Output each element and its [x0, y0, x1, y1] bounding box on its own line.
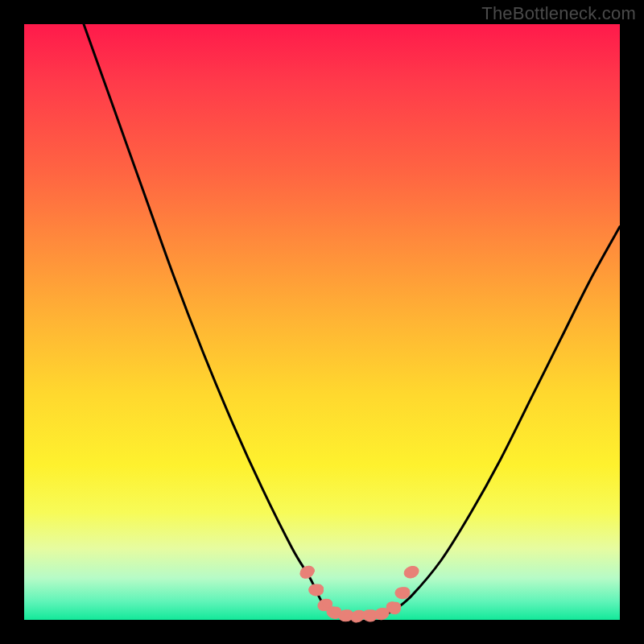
bottleneck-curve: [84, 24, 620, 617]
svg-point-19: [400, 588, 410, 596]
svg-point-1: [305, 567, 315, 575]
svg-point-17: [391, 602, 401, 610]
chart-svg: [24, 24, 620, 620]
plot-area: [24, 24, 620, 620]
chart-frame: TheBottleneck.com: [0, 0, 644, 644]
curve-group: [84, 24, 620, 617]
valley-marker: [402, 564, 420, 580]
valley-marker: [308, 584, 324, 597]
svg-point-21: [409, 567, 419, 575]
watermark-text: TheBottleneck.com: [481, 3, 636, 24]
svg-point-5: [323, 600, 332, 608]
valley-marker: [298, 564, 316, 580]
svg-point-3: [314, 584, 324, 592]
valley-marker: [395, 587, 411, 599]
marker-group: [298, 564, 420, 624]
